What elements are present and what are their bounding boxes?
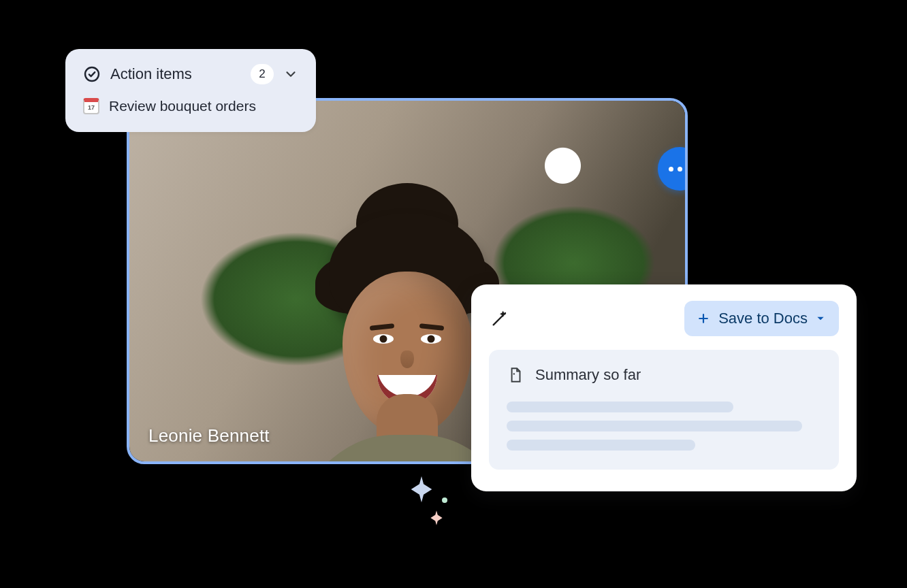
action-item-row[interactable]: 17 Review bouquet orders [83,98,298,114]
action-item-label: Review bouquet orders [109,98,256,114]
summary-placeholder-line [507,440,695,451]
sparkle-icon [406,474,437,505]
check-circle-icon [83,65,101,83]
svg-point-2 [442,497,447,503]
summary-body: Summary so far [489,350,839,470]
summary-section-title: Summary so far [535,366,641,384]
sparkle-decoration [402,474,463,535]
action-items-count-badge: 2 [251,64,274,84]
save-to-docs-button[interactable]: Save to Docs [684,301,839,336]
action-items-title: Action items [110,65,241,83]
calendar-icon: 17 [83,98,99,114]
sparkle-icon [428,509,445,527]
summary-placeholder-line [507,421,802,431]
summary-card: Save to Docs Summary so far [471,284,857,491]
save-button-label: Save to Docs [718,310,808,327]
dropdown-triangle-icon [816,314,825,323]
summary-placeholder-line [507,402,733,412]
chevron-down-icon[interactable] [283,67,298,82]
participant-name: Leonie Bennett [148,425,270,446]
plus-icon [697,312,710,325]
action-items-header[interactable]: Action items 2 [83,64,298,84]
magic-wand-icon [489,308,511,329]
dot-icon [441,497,448,504]
document-icon [507,366,524,384]
action-items-card: Action items 2 17 Review bouquet orders [65,49,316,132]
svg-point-1 [513,373,515,374]
